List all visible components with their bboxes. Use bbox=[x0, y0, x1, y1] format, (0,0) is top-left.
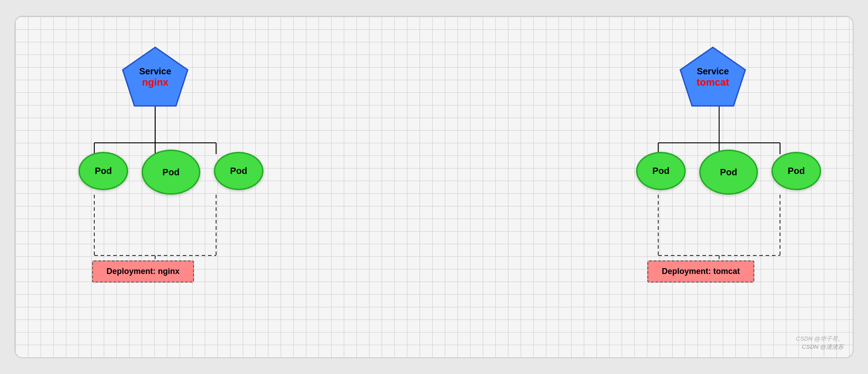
tomcat-pod-2: Pod bbox=[699, 150, 758, 195]
nginx-pods-row: Pod Pod Pod bbox=[78, 150, 263, 190]
nginx-deployment-wrapper: Deployment: nginx bbox=[92, 260, 194, 283]
nginx-deployment-box: Deployment: nginx bbox=[92, 260, 194, 283]
svg-marker-18 bbox=[123, 47, 188, 106]
tomcat-deployment-box: Deployment: tomcat bbox=[647, 260, 754, 283]
tomcat-pod-3: Pod bbox=[771, 152, 821, 190]
watermark-csdn-zhazha: CSDN @渣渣苏 bbox=[802, 343, 844, 351]
tomcat-pod-1: Pod bbox=[636, 152, 686, 190]
nginx-pod-1: Pod bbox=[78, 152, 128, 190]
diagram-container: Service nginx Pod Pod Pod Deployment: ng… bbox=[14, 16, 854, 358]
tomcat-pods-row: Pod Pod Pod bbox=[636, 150, 821, 190]
tomcat-group: Service tomcat Pod Pod Pod Deployment: t… bbox=[641, 35, 785, 305]
nginx-group: Service nginx Pod Pod Pod Deployment: ng… bbox=[83, 35, 227, 305]
tomcat-service-shape: Service tomcat bbox=[677, 44, 749, 111]
watermark-csdn-huazi: CSDN @华子哥。 bbox=[796, 335, 844, 343]
nginx-service-shape: Service nginx bbox=[119, 44, 191, 111]
nginx-pod-3: Pod bbox=[214, 152, 263, 190]
tomcat-deployment-wrapper: Deployment: tomcat bbox=[647, 260, 754, 283]
nginx-pod-2: Pod bbox=[142, 150, 200, 195]
svg-marker-19 bbox=[680, 47, 745, 106]
